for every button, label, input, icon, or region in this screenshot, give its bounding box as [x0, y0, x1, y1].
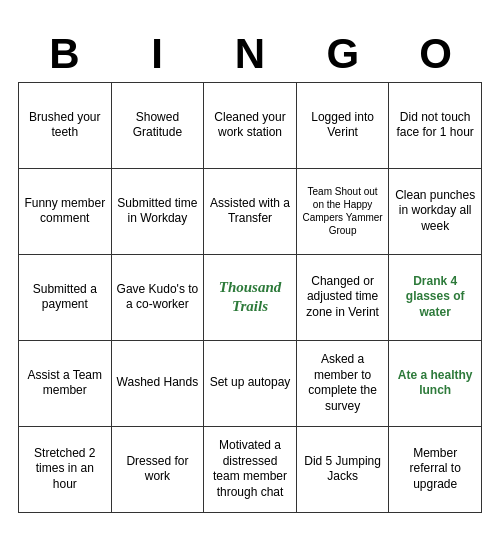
- bingo-cell-20: Stretched 2 times in an hour: [19, 427, 112, 513]
- bingo-letter-n: N: [204, 31, 297, 77]
- bingo-cell-8: Team Shout out on the Happy Campers Yamm…: [297, 169, 390, 255]
- bingo-cell-19: Ate a healthy lunch: [389, 341, 482, 427]
- bingo-cell-4: Did not touch face for 1 hour: [389, 83, 482, 169]
- bingo-cell-5: Funny member comment: [19, 169, 112, 255]
- bingo-cell-0: Brushed your teeth: [19, 83, 112, 169]
- bingo-cell-21: Dressed for work: [112, 427, 205, 513]
- bingo-card: BINGO Brushed your teethShowed Gratitude…: [10, 23, 490, 520]
- bingo-grid: Brushed your teethShowed GratitudeCleane…: [18, 82, 482, 513]
- bingo-cell-24: Member referral to upgrade: [389, 427, 482, 513]
- bingo-cell-11: Gave Kudo's to a co-worker: [112, 255, 205, 341]
- bingo-cell-3: Logged into Verint: [297, 83, 390, 169]
- bingo-letter-i: I: [111, 31, 204, 77]
- bingo-cell-23: Did 5 Jumping Jacks: [297, 427, 390, 513]
- thousand-trails-logo: ThousandTrails: [219, 278, 282, 317]
- bingo-cell-17: Set up autopay: [204, 341, 297, 427]
- bingo-cell-22: Motivated a distressed team member throu…: [204, 427, 297, 513]
- bingo-cell-10: Submitted a payment: [19, 255, 112, 341]
- bingo-cell-1: Showed Gratitude: [112, 83, 205, 169]
- bingo-cell-2: Cleaned your work station: [204, 83, 297, 169]
- bingo-cell-9: Clean punches in workday all week: [389, 169, 482, 255]
- bingo-cell-7: Assisted with a Transfer: [204, 169, 297, 255]
- bingo-header: BINGO: [18, 31, 482, 77]
- bingo-cell-6: Submitted time in Workday: [112, 169, 205, 255]
- bingo-letter-b: B: [18, 31, 111, 77]
- bingo-letter-g: G: [296, 31, 389, 77]
- bingo-cell-18: Asked a member to complete the survey: [297, 341, 390, 427]
- bingo-cell-14: Drank 4 glasses of water: [389, 255, 482, 341]
- bingo-cell-12: ThousandTrails: [204, 255, 297, 341]
- bingo-cell-13: Changed or adjusted time zone in Verint: [297, 255, 390, 341]
- bingo-letter-o: O: [389, 31, 482, 77]
- bingo-cell-15: Assist a Team member: [19, 341, 112, 427]
- bingo-cell-16: Washed Hands: [112, 341, 205, 427]
